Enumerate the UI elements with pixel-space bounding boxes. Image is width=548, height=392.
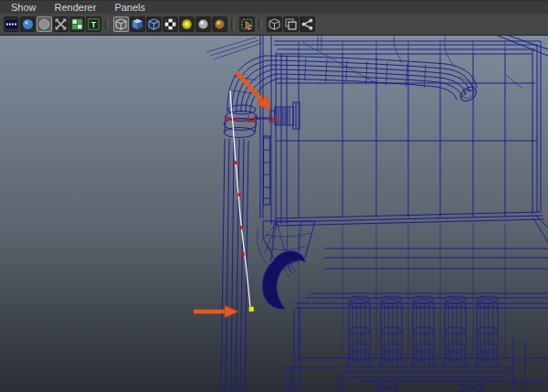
share-nodes-icon	[300, 17, 314, 31]
gold-material-light-icon	[213, 17, 227, 31]
maya-viewport-panel: Show Renderer Panels T	[0, 0, 548, 392]
xray-overlay-icon	[284, 17, 298, 31]
toolbar-button-film-gate[interactable]	[4, 16, 19, 32]
film-gate-icon	[5, 17, 18, 31]
toolbar-button-wireframe-cube[interactable]	[113, 16, 129, 32]
wireframe-model	[0, 36, 548, 392]
flat-circle-icon	[37, 17, 51, 31]
default-lighting-icon	[196, 17, 210, 31]
menu-show[interactable]: Show	[5, 1, 42, 15]
toolbar-separator	[231, 17, 235, 31]
menu-panels[interactable]: Panels	[109, 1, 151, 15]
toolbar-separator	[105, 17, 109, 31]
back-panel	[206, 36, 548, 242]
toolbar-button-default-lighting[interactable]	[195, 16, 211, 32]
panel-menu-bar: Show Renderer Panels	[0, 0, 548, 14]
text-annotation-icon: T	[87, 17, 100, 31]
toolbar-button-four-way-arrows[interactable]	[53, 16, 68, 32]
four-way-arrows-icon	[54, 17, 68, 31]
field-chart-icon	[70, 17, 84, 31]
toolbar-button-use-all-lights[interactable]	[179, 16, 195, 32]
viewport-3d[interactable]	[0, 36, 548, 392]
toolbar-button-smooth-shaded-cube[interactable]	[130, 16, 145, 32]
use-all-lights-icon	[180, 17, 194, 31]
toolbar-separator	[258, 17, 262, 31]
xray-cube-icon	[268, 17, 281, 31]
toolbar-button-field-chart[interactable]	[69, 16, 85, 32]
panel-toolbar: T	[0, 14, 548, 36]
svg-text:T: T	[90, 19, 96, 29]
smooth-shaded-cube-icon	[131, 17, 144, 31]
toolbar-button-flat-circle[interactable]	[37, 16, 52, 32]
toolbar-button-shaded-sphere[interactable]	[20, 16, 36, 32]
textured-checker-icon	[163, 17, 177, 31]
toolbar-button-textured-checker[interactable]	[163, 16, 178, 32]
wireframe-cube-icon	[114, 17, 128, 31]
toolbar-button-share-nodes[interactable]	[300, 16, 315, 32]
toolbar-button-bounding-box-cube[interactable]	[146, 16, 162, 32]
selected-cv[interactable]	[249, 307, 255, 313]
toolbar-button-isolate-select[interactable]	[239, 16, 255, 32]
menu-renderer[interactable]: Renderer	[49, 1, 102, 15]
bounding-box-cube-icon	[147, 17, 161, 31]
isolate-select-icon	[240, 17, 254, 31]
shaded-sphere-icon	[21, 17, 35, 31]
toolbar-button-gold-material-light[interactable]	[212, 16, 227, 32]
toolbar-button-xray-overlay[interactable]	[283, 16, 299, 32]
toolbar-button-xray-cube[interactable]	[267, 16, 282, 32]
toolbar-button-text-annotation[interactable]: T	[86, 16, 101, 32]
